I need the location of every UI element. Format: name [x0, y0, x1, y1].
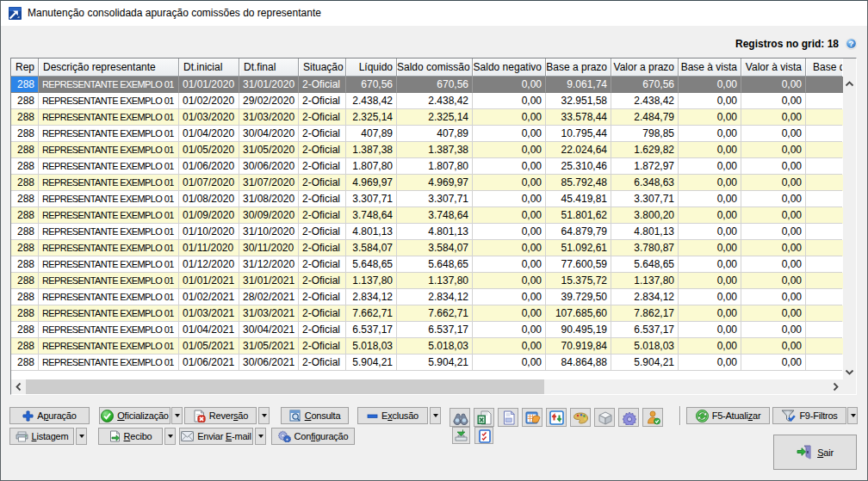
svg-text:?: ?	[848, 39, 853, 48]
